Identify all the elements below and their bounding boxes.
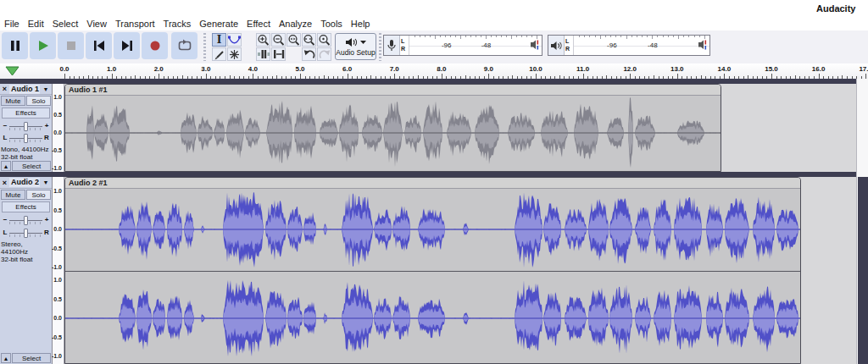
redo-button[interactable] (317, 47, 331, 61)
ruler-label: 16.0 (810, 65, 828, 73)
meter-scale--48: -48 (648, 41, 658, 49)
pan-slider-thumb[interactable] (24, 229, 28, 238)
timeline-ruler[interactable]: 0.01.02.03.04.05.06.07.08.09.010.011.012… (0, 63, 868, 80)
playback-meter-speaker-button[interactable] (548, 36, 565, 55)
menu-item-effect[interactable]: Effect (242, 18, 275, 30)
zoom-toggle-button[interactable] (317, 33, 331, 47)
track2-wave-area[interactable]: Audio 2 #1 (64, 177, 856, 364)
gain-slider-thumb[interactable] (24, 122, 28, 131)
effects-button[interactable]: Effects (2, 201, 50, 212)
track1-waveform[interactable] (65, 95, 721, 171)
track2-waveform-left[interactable] (65, 188, 800, 271)
toolbar-grip[interactable] (379, 33, 381, 61)
track-menu-dropdown-icon[interactable]: ▼ (40, 86, 52, 92)
meter-tick (470, 36, 471, 37)
menu-item-file[interactable]: File (0, 18, 24, 30)
meter-tick (537, 36, 537, 39)
track2-clip[interactable]: Audio 2 #1 (64, 177, 801, 364)
scale-label: 0.0 (45, 315, 62, 321)
pinned-playhead-icon[interactable] (5, 66, 19, 77)
skip-to-end-button[interactable] (114, 32, 140, 59)
gain-slider-thumb[interactable] (24, 216, 28, 225)
recording-meter[interactable]: L R -96 -48 (383, 35, 542, 56)
fit-project-icon (303, 34, 315, 47)
selection-tool-button[interactable]: I (212, 33, 226, 47)
recording-meter-bar[interactable]: -96 -48 (409, 36, 542, 55)
collapse-track-button[interactable]: ▲ (1, 161, 11, 171)
ruler-label: 3.0 (197, 65, 215, 73)
meter-tick (481, 36, 481, 37)
fit-selection-button[interactable] (287, 33, 301, 47)
scale-label: -0.5 (45, 147, 62, 153)
track2-name[interactable]: Audio 2 (9, 178, 40, 187)
pause-button[interactable] (2, 32, 28, 59)
track2-waveform-right[interactable] (65, 272, 800, 363)
track1-vertical-scale[interactable]: 1.00.50.0-0.5-1.0 (53, 84, 64, 172)
mute-button[interactable]: Mute (1, 190, 25, 200)
speaker-icon (550, 41, 562, 51)
menu-item-generate[interactable]: Generate (195, 18, 242, 30)
pan-slider[interactable]: L R (3, 227, 49, 238)
zoom-out-icon (272, 34, 285, 47)
record-meter-mic-button[interactable] (384, 36, 400, 55)
effects-button[interactable]: Effects (2, 108, 50, 118)
ruler-label: 8.0 (432, 65, 451, 73)
ruler-label: 2.0 (149, 65, 168, 73)
meter-scale--48: -48 (481, 41, 492, 49)
track-menu-dropdown-icon[interactable]: ▼ (40, 179, 52, 185)
meter-tick (491, 36, 492, 37)
multi-tool-button[interactable] (227, 47, 242, 61)
stop-button[interactable] (58, 32, 84, 59)
record-icon (147, 38, 163, 53)
collapse-track-button[interactable]: ▲ (1, 353, 11, 363)
toolbar-grip[interactable] (203, 33, 206, 61)
waveform-right-channel (65, 272, 800, 363)
scrollbar-thumb[interactable] (858, 177, 868, 364)
meter-tick (647, 36, 648, 37)
close-track-button[interactable]: × (0, 85, 9, 93)
ruler-label: 14.0 (715, 65, 733, 73)
menu-item-transport[interactable]: Transport (111, 18, 159, 30)
vertical-scrollbar[interactable] (856, 79, 868, 364)
meter-tick (516, 36, 517, 37)
scale-label: 0.5 (45, 207, 62, 213)
play-button[interactable] (30, 32, 56, 59)
gain-slider[interactable]: − + (3, 120, 49, 130)
zoom-in-button[interactable] (256, 33, 270, 47)
pan-slider[interactable]: L R (3, 132, 49, 142)
draw-tool-button[interactable] (212, 47, 226, 61)
undo-button[interactable] (302, 47, 316, 61)
meter-tick (699, 36, 700, 37)
playback-meter-bar[interactable]: -96 -48 (573, 36, 709, 55)
mute-button[interactable]: Mute (1, 96, 25, 106)
playback-meter[interactable]: L R -96 -48 (548, 35, 710, 56)
menu-item-view[interactable]: View (82, 18, 111, 30)
close-track-button[interactable]: × (0, 179, 9, 187)
menu-item-select[interactable]: Select (48, 18, 83, 30)
envelope-tool-button[interactable] (227, 33, 242, 47)
audio-setup-button[interactable]: Audio Setup (335, 33, 376, 60)
track1-name[interactable]: Audio 1 (9, 85, 40, 94)
track2-vertical-scale[interactable]: 1.00.50.0-0.5-1.01.00.50.0-0.5-1.0 (53, 177, 64, 364)
menu-item-tracks[interactable]: Tracks (159, 18, 196, 30)
skip-to-start-button[interactable] (86, 32, 112, 59)
toolbar-row: I (0, 30, 868, 64)
track1-wave-area[interactable]: Audio 1 #1 (64, 84, 856, 172)
meter-tick (626, 36, 627, 39)
menu-item-help[interactable]: Help (347, 18, 375, 30)
gain-slider[interactable]: − + (3, 214, 49, 225)
menu-item-edit[interactable]: Edit (24, 18, 48, 30)
window-title: Audacity (816, 3, 855, 14)
record-button[interactable] (142, 32, 168, 59)
menu-item-analyze[interactable]: Analyze (275, 18, 316, 30)
track1-clip[interactable]: Audio 1 #1 (64, 84, 721, 172)
loop-button[interactable] (171, 32, 198, 59)
zoom-out-button[interactable] (271, 33, 286, 47)
menu-item-tools[interactable]: Tools (316, 18, 347, 30)
fit-project-button[interactable] (302, 33, 316, 47)
pan-slider-thumb[interactable] (24, 134, 28, 143)
track2-format-info: Stereo, 44100Hz 32-bit float (1, 240, 52, 264)
silence-selection-button[interactable] (271, 47, 286, 61)
fit-selection-icon (287, 34, 300, 47)
trim-outside-selection-button[interactable] (256, 47, 270, 61)
